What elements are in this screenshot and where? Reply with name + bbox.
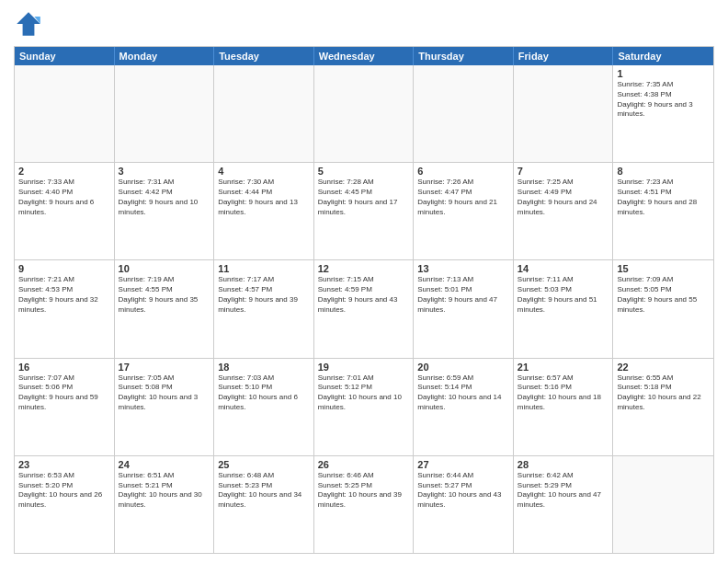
cell-sun-info: Sunrise: 7:28 AM Sunset: 4:45 PM Dayligh… (318, 178, 410, 217)
calendar-cell-empty-0-2 (214, 65, 314, 162)
day-number: 16 (18, 362, 110, 373)
cell-sun-info: Sunrise: 7:03 AM Sunset: 5:10 PM Dayligh… (218, 373, 310, 413)
calendar-body: 1Sunrise: 7:35 AM Sunset: 4:38 PM Daylig… (15, 65, 713, 553)
calendar-cell-27: 27Sunrise: 6:44 AM Sunset: 5:27 PM Dayli… (414, 456, 514, 553)
calendar-row-4: 23Sunrise: 6:53 AM Sunset: 5:20 PM Dayli… (15, 455, 713, 553)
calendar-cell-16: 16Sunrise: 7:07 AM Sunset: 5:06 PM Dayli… (15, 359, 115, 455)
cell-sun-info: Sunrise: 7:11 AM Sunset: 5:03 PM Dayligh… (518, 275, 609, 315)
cell-sun-info: Sunrise: 7:25 AM Sunset: 4:49 PM Dayligh… (518, 178, 609, 217)
day-number: 12 (318, 263, 410, 274)
cell-sun-info: Sunrise: 7:26 AM Sunset: 4:47 PM Dayligh… (417, 178, 509, 217)
calendar-row-3: 16Sunrise: 7:07 AM Sunset: 5:06 PM Dayli… (15, 358, 713, 455)
day-number: 4 (218, 166, 310, 177)
calendar-cell-18: 18Sunrise: 7:03 AM Sunset: 5:10 PM Dayli… (214, 359, 314, 455)
calendar-cell-24: 24Sunrise: 6:51 AM Sunset: 5:21 PM Dayli… (115, 456, 215, 553)
weekday-header-tuesday: Tuesday (214, 47, 314, 65)
calendar-cell-empty-4-6 (613, 456, 713, 553)
weekday-header-sunday: Sunday (15, 47, 115, 65)
day-number: 22 (617, 362, 710, 373)
cell-sun-info: Sunrise: 6:46 AM Sunset: 5:25 PM Dayligh… (318, 471, 410, 511)
calendar-cell-3: 3Sunrise: 7:31 AM Sunset: 4:42 PM Daylig… (115, 163, 215, 259)
weekday-header-wednesday: Wednesday (314, 47, 415, 65)
calendar-cell-5: 5Sunrise: 7:28 AM Sunset: 4:45 PM Daylig… (314, 163, 415, 259)
calendar-cell-8: 8Sunrise: 7:23 AM Sunset: 4:51 PM Daylig… (613, 163, 713, 259)
calendar-cell-empty-0-3 (314, 65, 415, 162)
day-number: 9 (18, 263, 110, 274)
calendar-cell-15: 15Sunrise: 7:09 AM Sunset: 5:05 PM Dayli… (613, 260, 713, 357)
day-number: 13 (417, 263, 509, 274)
cell-sun-info: Sunrise: 7:35 AM Sunset: 4:38 PM Dayligh… (617, 80, 710, 120)
logo (14, 9, 47, 39)
calendar-row-2: 9Sunrise: 7:21 AM Sunset: 4:53 PM Daylig… (15, 259, 713, 357)
cell-sun-info: Sunrise: 7:23 AM Sunset: 4:51 PM Dayligh… (617, 178, 710, 217)
day-number: 24 (119, 459, 210, 470)
cell-sun-info: Sunrise: 7:19 AM Sunset: 4:55 PM Dayligh… (119, 275, 210, 315)
cell-sun-info: Sunrise: 7:21 AM Sunset: 4:53 PM Dayligh… (18, 275, 110, 315)
weekday-header-friday: Friday (514, 47, 614, 65)
cell-sun-info: Sunrise: 7:09 AM Sunset: 5:05 PM Dayligh… (617, 275, 710, 315)
cell-sun-info: Sunrise: 6:42 AM Sunset: 5:29 PM Dayligh… (518, 471, 609, 511)
calendar-cell-13: 13Sunrise: 7:13 AM Sunset: 5:01 PM Dayli… (414, 260, 514, 357)
calendar-cell-4: 4Sunrise: 7:30 AM Sunset: 4:44 PM Daylig… (214, 163, 314, 259)
calendar-cell-empty-0-1 (115, 65, 215, 162)
calendar-cell-26: 26Sunrise: 6:46 AM Sunset: 5:25 PM Dayli… (314, 456, 415, 553)
cell-sun-info: Sunrise: 7:15 AM Sunset: 4:59 PM Dayligh… (318, 275, 410, 315)
cell-sun-info: Sunrise: 6:59 AM Sunset: 5:14 PM Dayligh… (417, 373, 509, 413)
day-number: 28 (518, 459, 609, 470)
day-number: 18 (218, 362, 310, 373)
calendar-header: SundayMondayTuesdayWednesdayThursdayFrid… (15, 47, 713, 65)
cell-sun-info: Sunrise: 7:13 AM Sunset: 5:01 PM Dayligh… (417, 275, 509, 315)
day-number: 23 (18, 459, 110, 470)
cell-sun-info: Sunrise: 7:05 AM Sunset: 5:08 PM Dayligh… (119, 373, 210, 413)
cell-sun-info: Sunrise: 6:57 AM Sunset: 5:16 PM Dayligh… (518, 373, 609, 413)
day-number: 5 (318, 166, 410, 177)
cell-sun-info: Sunrise: 7:01 AM Sunset: 5:12 PM Dayligh… (318, 373, 410, 413)
day-number: 21 (518, 362, 609, 373)
day-number: 10 (119, 263, 210, 274)
calendar-cell-28: 28Sunrise: 6:42 AM Sunset: 5:29 PM Dayli… (514, 456, 614, 553)
cell-sun-info: Sunrise: 7:17 AM Sunset: 4:57 PM Dayligh… (218, 275, 310, 315)
calendar-cell-empty-0-4 (414, 65, 514, 162)
calendar-cell-19: 19Sunrise: 7:01 AM Sunset: 5:12 PM Dayli… (314, 359, 415, 455)
calendar-cell-1: 1Sunrise: 7:35 AM Sunset: 4:38 PM Daylig… (613, 65, 713, 162)
day-number: 2 (18, 166, 110, 177)
calendar-cell-10: 10Sunrise: 7:19 AM Sunset: 4:55 PM Dayli… (115, 260, 215, 357)
cell-sun-info: Sunrise: 6:44 AM Sunset: 5:27 PM Dayligh… (417, 471, 509, 511)
weekday-header-monday: Monday (115, 47, 215, 65)
day-number: 8 (617, 166, 710, 177)
cell-sun-info: Sunrise: 7:31 AM Sunset: 4:42 PM Dayligh… (119, 178, 210, 217)
calendar-cell-20: 20Sunrise: 6:59 AM Sunset: 5:14 PM Dayli… (414, 359, 514, 455)
weekday-header-thursday: Thursday (414, 47, 514, 65)
calendar-row-1: 2Sunrise: 7:33 AM Sunset: 4:40 PM Daylig… (15, 162, 713, 259)
page: SundayMondayTuesdayWednesdayThursdayFrid… (0, 0, 728, 563)
day-number: 14 (518, 263, 609, 274)
calendar-cell-9: 9Sunrise: 7:21 AM Sunset: 4:53 PM Daylig… (15, 260, 115, 357)
header (14, 9, 714, 39)
cell-sun-info: Sunrise: 7:30 AM Sunset: 4:44 PM Dayligh… (218, 178, 310, 217)
logo-icon (14, 9, 43, 39)
cell-sun-info: Sunrise: 6:55 AM Sunset: 5:18 PM Dayligh… (617, 373, 710, 413)
day-number: 6 (417, 166, 509, 177)
day-number: 15 (617, 263, 710, 274)
day-number: 27 (417, 459, 509, 470)
day-number: 25 (218, 459, 310, 470)
weekday-header-saturday: Saturday (613, 47, 713, 65)
svg-marker-0 (17, 12, 40, 36)
calendar-cell-12: 12Sunrise: 7:15 AM Sunset: 4:59 PM Dayli… (314, 260, 415, 357)
day-number: 7 (518, 166, 609, 177)
cell-sun-info: Sunrise: 6:48 AM Sunset: 5:23 PM Dayligh… (218, 471, 310, 511)
calendar-cell-6: 6Sunrise: 7:26 AM Sunset: 4:47 PM Daylig… (414, 163, 514, 259)
day-number: 11 (218, 263, 310, 274)
calendar-cell-11: 11Sunrise: 7:17 AM Sunset: 4:57 PM Dayli… (214, 260, 314, 357)
calendar-row-0: 1Sunrise: 7:35 AM Sunset: 4:38 PM Daylig… (15, 65, 713, 162)
calendar-cell-7: 7Sunrise: 7:25 AM Sunset: 4:49 PM Daylig… (514, 163, 614, 259)
day-number: 20 (417, 362, 509, 373)
calendar-cell-2: 2Sunrise: 7:33 AM Sunset: 4:40 PM Daylig… (15, 163, 115, 259)
calendar-cell-25: 25Sunrise: 6:48 AM Sunset: 5:23 PM Dayli… (214, 456, 314, 553)
day-number: 1 (617, 68, 710, 79)
calendar-cell-17: 17Sunrise: 7:05 AM Sunset: 5:08 PM Dayli… (115, 359, 215, 455)
calendar-cell-14: 14Sunrise: 7:11 AM Sunset: 5:03 PM Dayli… (514, 260, 614, 357)
day-number: 19 (318, 362, 410, 373)
calendar: SundayMondayTuesdayWednesdayThursdayFrid… (14, 46, 714, 554)
calendar-cell-empty-0-5 (514, 65, 614, 162)
